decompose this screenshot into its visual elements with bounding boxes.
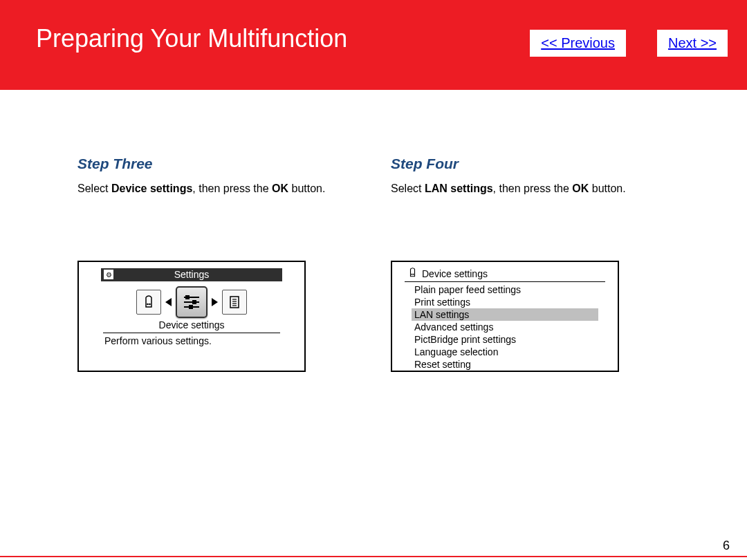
right-arrow-icon [212, 298, 218, 306]
device-icon [407, 268, 418, 280]
lcd-hint-text: Perform various settings. [101, 333, 282, 346]
lcd-title-bar: Settings [101, 268, 282, 281]
left-arrow-icon [165, 298, 172, 306]
svg-point-8 [413, 274, 414, 275]
text-fragment: , then press the [493, 183, 573, 194]
text-bold: OK [272, 183, 288, 194]
step-three-column: Step Three Select Device settings, then … [0, 156, 374, 372]
page-number: 6 [723, 539, 730, 553]
lcd-settings-screen: Settings [77, 261, 306, 372]
svg-point-0 [147, 304, 149, 306]
lcd-list-header-text: Device settings [422, 268, 488, 279]
menu-item-advanced-settings: Advanced settings [412, 321, 598, 333]
svg-rect-2 [230, 297, 239, 308]
step-four-description: Select LAN settings, then press the OK b… [391, 183, 692, 195]
text-fragment: Select [77, 183, 111, 194]
device-settings-icon [176, 286, 208, 318]
text-bold: OK [572, 183, 589, 194]
next-button[interactable]: Next >> [657, 30, 728, 57]
lcd-menu-list: Plain paper feed settings Print settings… [405, 282, 605, 371]
nav-buttons: << Previous Next >> [530, 30, 728, 57]
lcd-carousel [101, 286, 282, 318]
text-bold: LAN settings [425, 183, 493, 194]
text-fragment: , then press the [192, 183, 272, 194]
text-fragment: button. [589, 183, 625, 194]
content-area: Step Three Select Device settings, then … [0, 90, 747, 372]
menu-item-lan-settings: LAN settings [412, 308, 598, 321]
settings-icon [104, 270, 113, 279]
text-fragment: Select [391, 183, 425, 194]
svg-point-1 [149, 304, 151, 306]
text-bold: Device settings [111, 183, 192, 194]
header-bar: Preparing Your Multifunction << Previous… [0, 0, 747, 90]
footer-divider [0, 556, 747, 557]
menu-item-language: Language selection [412, 346, 598, 358]
menu-item-pictbridge: PictBridge print settings [412, 333, 598, 346]
menu-item-plain-paper: Plain paper feed settings [412, 283, 598, 296]
lcd-title-text: Settings [174, 269, 210, 280]
step-four-label: Step Four [391, 156, 692, 172]
previous-button[interactable]: << Previous [530, 30, 626, 57]
menu-item-reset: Reset setting [412, 358, 598, 371]
lcd-selected-label: Device settings [103, 319, 280, 333]
step-four-column: Step Four Select LAN settings, then pres… [374, 156, 747, 372]
step-three-label: Step Three [77, 156, 346, 172]
document-icon [222, 290, 247, 315]
lcd-list-header: Device settings [405, 268, 605, 282]
page-title: Preparing Your Multifunction [36, 24, 347, 53]
svg-point-7 [411, 274, 412, 275]
step-three-description: Select Device settings, then press the O… [77, 183, 346, 195]
menu-item-print-settings: Print settings [412, 296, 598, 308]
text-fragment: button. [288, 183, 325, 194]
ink-level-icon [136, 290, 161, 315]
lcd-device-settings-screen: Device settings Plain paper feed setting… [391, 261, 619, 372]
